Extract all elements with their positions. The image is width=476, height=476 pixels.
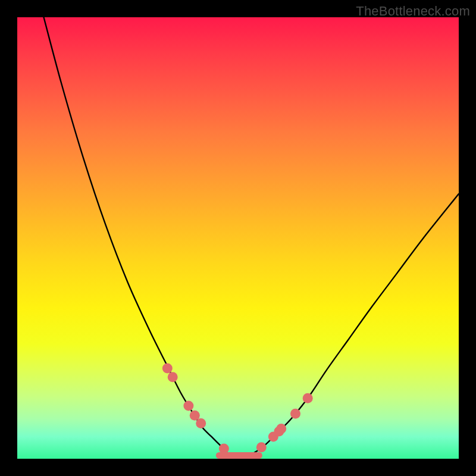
- chart-frame: TheBottleneck.com: [0, 0, 476, 476]
- marker-dot: [196, 418, 206, 428]
- marker-dot: [276, 424, 286, 434]
- marker-dot: [183, 401, 193, 411]
- curve-left-path: [44, 17, 239, 459]
- curve-overlay: [17, 17, 459, 459]
- markers-left-group: [162, 363, 229, 453]
- marker-dot: [290, 409, 300, 419]
- marker-dot: [303, 393, 313, 403]
- marker-dot: [190, 411, 200, 421]
- plot-area: [17, 17, 459, 459]
- flat-band-rect: [216, 452, 262, 459]
- marker-dot: [168, 372, 178, 382]
- watermark-text: TheBottleneck.com: [356, 4, 470, 19]
- marker-dot: [256, 442, 267, 452]
- marker-dot: [162, 363, 173, 373]
- marker-dot: [219, 443, 229, 453]
- curve-right-path: [238, 194, 459, 459]
